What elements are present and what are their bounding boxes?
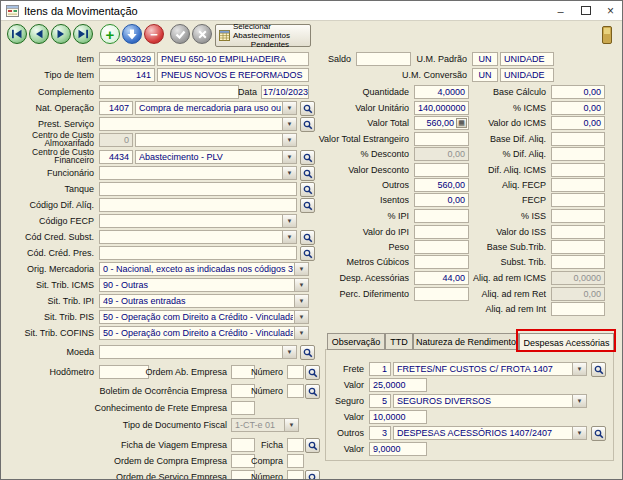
delete-record-button[interactable]: − [144,24,164,44]
tab-observacao[interactable]: Observação [327,333,385,350]
ficha-field[interactable] [287,438,304,452]
chevron-down-icon[interactable]: ▼ [282,167,296,179]
numeric-field[interactable] [551,193,605,207]
moeda-combo[interactable]: ▼ [99,345,297,359]
numeric-field[interactable] [551,209,605,223]
numeric-field[interactable] [414,225,469,239]
numeric-field[interactable] [414,163,469,177]
tipo-item-desc-field[interactable]: PNEUS NOVOS E REFORMADOS [157,68,309,82]
sit-trib-ipi-combo[interactable]: 49 - Outras entradas▼ [99,294,309,308]
seguro-valor-field[interactable]: 10,0000 [369,410,427,424]
chevron-down-icon[interactable]: ▼ [294,327,308,339]
um-conversao-code-field[interactable]: UN [472,68,498,82]
close-button[interactable]: × [598,1,623,20]
cod-cred-subst-lookup-button[interactable] [300,230,315,245]
centro-custo-financeiro-lookup-button[interactable] [300,150,315,165]
tipo-item-code-field[interactable]: 141 [99,68,155,82]
nat-operacao-code-field[interactable]: 1407 [99,101,133,115]
previous-record-button[interactable] [29,24,49,44]
outros-combo[interactable]: DESPESAS ACESSÓRIOS 1407/2407▼ [393,426,587,440]
seguro-code-field[interactable]: 5 [369,394,391,408]
outros-lookup-button[interactable] [591,426,606,441]
chevron-down-icon[interactable]: ▼ [572,363,586,375]
um-padrao-desc-field[interactable]: UNIDADE [500,52,554,66]
conhecimento-frete-field[interactable] [231,401,255,415]
next-record-button[interactable] [51,24,71,44]
frete-valor-field[interactable]: 25,0000 [369,378,427,392]
seguro-combo[interactable]: SEGUROS DIVERSOS▼ [393,394,587,408]
chevron-down-icon[interactable]: ▼ [282,346,296,358]
chevron-down-icon[interactable]: ▼ [282,134,296,146]
maximize-button[interactable] [573,1,598,20]
numeric-field[interactable]: 140,000000 [414,101,469,115]
chevron-down-icon[interactable]: ▼ [282,118,296,130]
numeric-field[interactable] [414,209,469,223]
sit-trib-cofins-combo[interactable]: 50 - Operação com Direito a Crédito - Vi… [99,326,309,340]
minimize-button[interactable]: – [548,1,573,20]
frete-code-field[interactable]: 1 [369,362,391,376]
chevron-down-icon[interactable]: ▼ [282,151,296,163]
hodometro-field[interactable] [99,365,149,379]
numeric-field[interactable]: 0,00 [551,287,605,301]
numeric-field[interactable]: 560,00 [414,178,469,192]
calculator-button[interactable]: ▦ [456,118,467,128]
centro-custo-financeiro-code-field[interactable]: 4434 [99,150,133,164]
centro-custo-almoxarifado-combo[interactable]: ▼ [135,133,297,147]
saldo-field[interactable] [356,52,411,66]
tab-natureza-rendimento[interactable]: Natureza de Rendimento [413,333,519,350]
numeric-field[interactable] [551,147,605,161]
um-padrao-code-field[interactable]: UN [472,52,498,66]
compra-field[interactable] [287,454,304,468]
numeric-field[interactable] [551,255,605,269]
chevron-down-icon[interactable]: ▼ [294,263,308,275]
tanque-field[interactable] [99,182,297,196]
outros-code-field[interactable]: 3 [369,426,391,440]
nat-operacao-lookup-button[interactable] [300,101,315,116]
complemento-field[interactable] [99,85,239,99]
centro-custo-almoxarifado-code-field[interactable]: 0 [99,133,133,147]
numeric-field[interactable]: 0,00 [551,85,605,99]
cancel-button[interactable] [192,24,212,44]
ficha-viagem-lookup-button[interactable] [305,438,320,453]
codigo-dif-aliq-field[interactable] [99,198,297,212]
ficha-viagem-empresa-field[interactable] [231,438,255,452]
numeric-field[interactable] [414,240,469,254]
numeric-field[interactable] [551,163,605,177]
nat-operacao-combo[interactable]: Compra de mercadoria para uso ou consumo… [135,101,297,115]
numeric-field[interactable]: 44,00 [414,271,469,285]
numeric-field[interactable] [414,132,469,146]
centro-custo-financeiro-combo[interactable]: Abastecimento - PLV▼ [135,150,297,164]
tab-ttd[interactable]: TTD [385,333,413,350]
codigo-dif-aliq-lookup-button[interactable] [300,198,315,213]
ordem-servico-lookup-button[interactable] [305,470,320,480]
chevron-down-icon[interactable]: ▼ [284,419,298,431]
moeda-lookup-button[interactable] [300,345,315,360]
select-pending-fuelings-button[interactable]: Selecionar Abastecimentos Pendentes [215,24,311,47]
item-desc-field[interactable]: PNEU 650-10 EMPILHADEIRA [157,52,309,66]
frete-combo[interactable]: FRETES/NF CUSTOS C/ FROTA 1407▼ [393,362,587,376]
item-code-field[interactable]: 4903029 [99,52,155,66]
cod-cred-pres-field[interactable] [99,246,297,260]
chevron-down-icon[interactable]: ▼ [294,295,308,307]
chevron-down-icon[interactable]: ▼ [572,395,586,407]
confirm-button[interactable] [170,24,190,44]
exit-door-icon[interactable] [602,26,612,44]
numeric-field[interactable] [551,225,605,239]
um-conversao-desc-field[interactable]: UNIDADE [500,68,554,82]
boletim-lookup-button[interactable] [305,384,320,399]
codigo-fecp-combo[interactable]: ▼ [99,214,297,228]
numeric-field[interactable] [551,178,605,192]
numeric-field[interactable]: 0,00 [551,116,605,130]
tipo-doc-fiscal-combo[interactable]: 1-CT-e 01▼ [231,418,299,432]
boletim-numero-field[interactable] [287,384,304,398]
chevron-down-icon[interactable]: ▼ [572,427,586,439]
numeric-field[interactable]: 560,00▦ [414,116,469,130]
outros-valor-field[interactable]: 9,0000 [369,442,427,456]
post-record-button[interactable] [122,24,142,44]
numeric-field[interactable] [414,287,469,301]
numeric-field[interactable] [551,302,605,316]
numeric-field[interactable] [414,255,469,269]
numeric-field[interactable]: 0,00 [414,193,469,207]
chevron-down-icon[interactable]: ▼ [282,102,296,114]
numeric-field[interactable] [551,132,605,146]
